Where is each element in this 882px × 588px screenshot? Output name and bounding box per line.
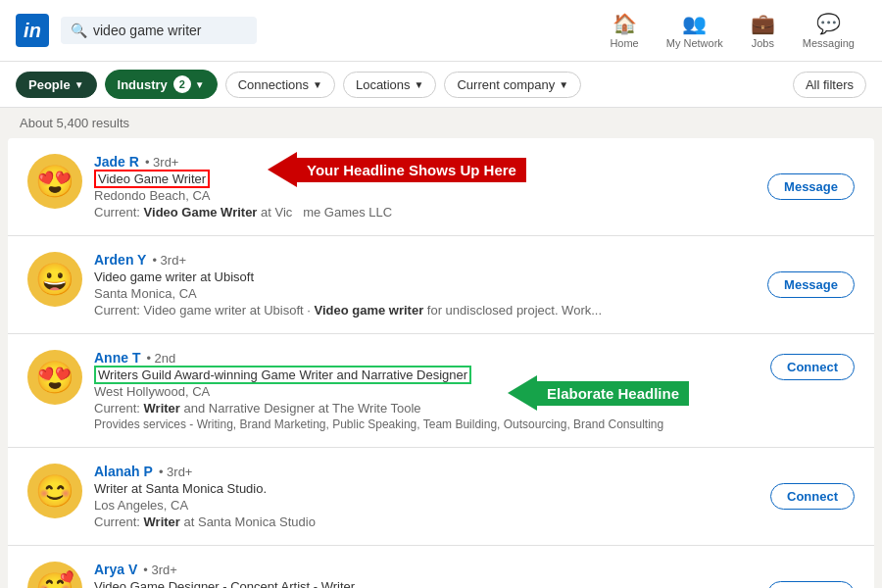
person-location: Los Angeles, CA xyxy=(94,498,770,513)
person-name[interactable]: Alanah P xyxy=(94,464,153,479)
message-button[interactable]: Message xyxy=(767,581,855,588)
headline-highlight-green: Writers Guild Award-winning Game Writer … xyxy=(94,366,471,384)
connect-button[interactable]: Connect xyxy=(770,354,855,380)
person-info: Anne T • 2nd Writers Guild Award-winning… xyxy=(94,350,770,431)
person-headline: Video Game Designer - Concept Artist - W… xyxy=(94,579,767,588)
search-box[interactable]: 🔍 xyxy=(61,17,257,44)
person-current: Current: Video Game Writer at Vic me Gam… xyxy=(94,205,767,220)
avatar: 😍 xyxy=(27,350,82,405)
all-filters-button[interactable]: All filters xyxy=(793,72,866,98)
connections-filter[interactable]: Connections ▼ xyxy=(225,72,335,98)
linkedin-logo: in xyxy=(16,14,49,47)
people-filter[interactable]: People ▼ xyxy=(16,72,97,98)
industry-chevron-icon: ▼ xyxy=(195,79,205,90)
person-degree: • 3rd+ xyxy=(145,155,179,170)
person-name[interactable]: Anne T xyxy=(94,350,140,366)
industry-filter-label: Industry xyxy=(118,77,168,92)
message-button[interactable]: Message xyxy=(767,173,855,200)
locations-filter[interactable]: Locations ▼ xyxy=(343,72,437,98)
person-headline: Video Game Writer xyxy=(94,172,767,186)
nav-home-label: Home xyxy=(610,37,638,49)
jobs-icon: 💼 xyxy=(751,12,775,35)
filter-bar: People ▼ Industry 2 ▼ Connections ▼ Loca… xyxy=(0,62,882,108)
messaging-icon: 💬 xyxy=(816,12,841,35)
logo-text: in xyxy=(24,20,41,42)
person-name[interactable]: Arden Y xyxy=(94,252,146,268)
nav-messaging[interactable]: 💬 Messaging xyxy=(791,8,866,53)
nav-network[interactable]: 👥 My Network xyxy=(655,8,735,53)
person-name-line: Alanah P • 3rd+ xyxy=(94,464,770,479)
person-name-line: Jade R • 3rd+ xyxy=(94,154,767,170)
network-icon: 👥 xyxy=(682,12,707,35)
person-name-line: Arya V • 3rd+ xyxy=(94,562,767,577)
search-icon: 🔍 xyxy=(71,23,87,38)
person-info: Arden Y • 3rd+ Video game writer at Ubis… xyxy=(94,252,767,318)
header: in 🔍 🏠 Home 👥 My Network 💼 Jobs 💬 Messag… xyxy=(0,0,882,62)
nav-network-label: My Network xyxy=(666,37,723,49)
person-current: Current: Writer at Santa Monica Studio xyxy=(94,514,770,529)
avatar: 😍 xyxy=(27,154,82,209)
table-row: 😍 Jade R • 3rd+ Video Game Writer Redond… xyxy=(8,138,874,236)
avatar: 😀 xyxy=(27,252,82,307)
people-chevron-icon: ▼ xyxy=(74,79,84,90)
company-filter-label: Current company xyxy=(457,77,555,92)
person-location: Redondo Beach, CA xyxy=(94,188,767,203)
person-current: Current: Writer and Narrative Designer a… xyxy=(94,401,770,416)
home-icon: 🏠 xyxy=(612,12,637,35)
industry-filter[interactable]: Industry 2 ▼ xyxy=(105,70,218,99)
person-headline: Writers Guild Award-winning Game Writer … xyxy=(94,368,770,382)
locations-chevron-icon: ▼ xyxy=(415,79,424,90)
search-input[interactable] xyxy=(93,23,247,38)
person-name[interactable]: Arya V xyxy=(94,562,137,577)
people-filter-label: People xyxy=(28,77,71,92)
nav-jobs[interactable]: 💼 Jobs xyxy=(739,8,787,53)
avatar: 🥰 xyxy=(27,562,82,588)
person-info: Alanah P • 3rd+ Writer at Santa Monica S… xyxy=(94,464,770,529)
locations-filter-label: Locations xyxy=(356,77,411,92)
message-button[interactable]: Message xyxy=(767,271,855,298)
person-name-line: Anne T • 2nd xyxy=(94,350,770,366)
company-filter[interactable]: Current company ▼ xyxy=(444,72,581,98)
industry-badge: 2 xyxy=(173,75,191,93)
person-current: Current: Video game writer at Ubisoft · … xyxy=(94,303,767,318)
person-name-line: Arden Y • 3rd+ xyxy=(94,252,767,268)
table-row: 😀 Arden Y • 3rd+ Video game writer at Ub… xyxy=(8,236,874,334)
all-filters-label: All filters xyxy=(806,77,854,92)
headline-highlight-red: Video Game Writer xyxy=(94,170,210,188)
person-location: West Hollywood, CA xyxy=(94,384,770,399)
company-chevron-icon: ▼ xyxy=(559,79,568,90)
person-degree: • 3rd+ xyxy=(159,465,193,479)
nav-home[interactable]: 🏠 Home xyxy=(598,8,650,53)
person-degree: • 3rd+ xyxy=(152,253,186,268)
person-provides: Provides services - Writing, Brand Marke… xyxy=(94,417,770,431)
nav-messaging-label: Messaging xyxy=(803,37,855,49)
person-info: Jade R • 3rd+ Video Game Writer Redondo … xyxy=(94,154,767,220)
person-name[interactable]: Jade R xyxy=(94,154,139,170)
person-headline: Writer at Santa Monica Studio. xyxy=(94,481,770,496)
results-summary: About 5,400 results xyxy=(0,108,882,138)
connect-button[interactable]: Connect xyxy=(770,483,855,510)
person-degree: • 2nd xyxy=(146,351,175,366)
table-row: 😍 Anne T • 2nd Writers Guild Award-winni… xyxy=(8,334,874,448)
connections-filter-label: Connections xyxy=(238,77,309,92)
results-area: About 5,400 results 😍 Jade R • 3rd+ Vide… xyxy=(0,108,882,588)
results-list: 😍 Jade R • 3rd+ Video Game Writer Redond… xyxy=(8,138,874,588)
person-location: Santa Monica, CA xyxy=(94,286,767,301)
person-degree: • 3rd+ xyxy=(143,563,177,577)
nav-jobs-label: Jobs xyxy=(752,37,774,49)
person-headline: Video game writer at Ubisoft xyxy=(94,270,767,284)
person-info: Arya V • 3rd+ Video Game Designer - Conc… xyxy=(94,562,767,588)
header-nav: 🏠 Home 👥 My Network 💼 Jobs 💬 Messaging xyxy=(598,8,866,53)
table-row: 🥰 Arya V • 3rd+ Video Game Designer - Co… xyxy=(8,546,874,588)
avatar: 😊 xyxy=(27,464,82,518)
connections-chevron-icon: ▼ xyxy=(313,79,322,90)
table-row: 😊 Alanah P • 3rd+ Writer at Santa Monica… xyxy=(8,448,874,546)
